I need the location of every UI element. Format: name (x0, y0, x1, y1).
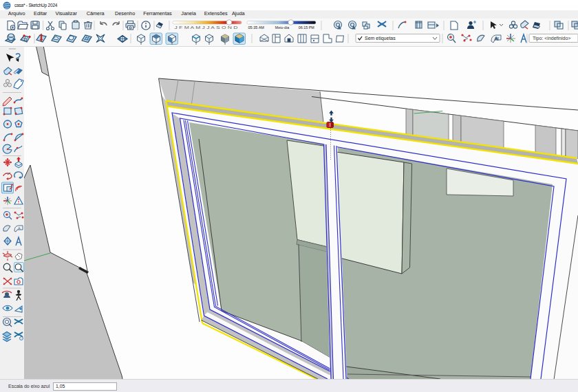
svg-text:05:35 AM: 05:35 AM (248, 25, 265, 30)
svg-text:J F M A M J J A S O N D: J F M A M J J A S O N D (175, 26, 239, 30)
svg-text:A:: A: (495, 36, 499, 41)
svg-text:A: A (18, 226, 21, 230)
svg-text:Sem etiquetas: Sem etiquetas (365, 36, 396, 41)
svg-text:Meio-dia: Meio-dia (275, 25, 290, 30)
svg-text:06:15 PM: 06:15 PM (299, 25, 314, 30)
svg-text:Tipo: <indefinido>: Tipo: <indefinido> (533, 36, 570, 41)
